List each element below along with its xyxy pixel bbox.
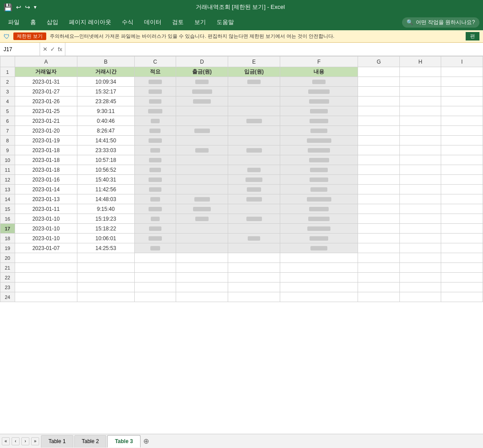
empty-cell[interactable]	[441, 185, 483, 194]
data-cell-E-14[interactable]	[228, 194, 280, 204]
col-header-e[interactable]: E	[228, 57, 280, 67]
empty-cell[interactable]	[358, 175, 400, 185]
data-cell-D-16[interactable]	[176, 214, 228, 224]
col-header-a[interactable]: A	[15, 57, 77, 67]
data-cell-F-15[interactable]	[280, 204, 358, 214]
menu-data[interactable]: 데이터	[140, 16, 166, 28]
empty-cell[interactable]	[399, 106, 441, 116]
data-cell-C-13[interactable]	[134, 185, 176, 194]
empty-cell[interactable]	[399, 97, 441, 106]
empty-cell[interactable]	[358, 273, 400, 283]
data-cell-B-12[interactable]: 15:40:31	[77, 175, 135, 185]
undo-icon[interactable]: ↩	[16, 4, 21, 11]
data-cell-D-9[interactable]	[176, 145, 228, 155]
data-cell-E-19[interactable]	[228, 243, 280, 253]
data-cell-A-21[interactable]	[15, 263, 77, 273]
add-sheet-button[interactable]: ⊕	[141, 436, 151, 446]
data-cell-E-2[interactable]	[228, 77, 280, 87]
empty-cell[interactable]	[358, 185, 400, 194]
row-number-3[interactable]: 3	[0, 87, 15, 97]
empty-cell[interactable]	[399, 204, 441, 214]
empty-cell[interactable]	[399, 175, 441, 185]
data-cell-A-19[interactable]: 2023-01-07	[15, 243, 77, 253]
empty-cell[interactable]	[399, 136, 441, 145]
data-cell-C-16[interactable]	[134, 214, 176, 224]
data-cell-B-22[interactable]	[77, 273, 135, 283]
header-cell-A[interactable]: 거래일자	[15, 67, 77, 77]
row-number-10[interactable]: 10	[0, 155, 15, 165]
row-number-9[interactable]: 9	[0, 145, 15, 155]
data-cell-B-21[interactable]	[77, 263, 135, 273]
data-cell-C-3[interactable]	[134, 87, 176, 97]
empty-cell[interactable]	[358, 97, 400, 106]
cell-reference-box[interactable]: J17	[0, 43, 40, 56]
data-cell-D-22[interactable]	[176, 273, 228, 283]
data-cell-E-12[interactable]	[228, 175, 280, 185]
col-header-d[interactable]: D	[176, 57, 228, 67]
data-cell-A-2[interactable]: 2023-01-31	[15, 77, 77, 87]
empty-cell[interactable]	[441, 224, 483, 234]
data-cell-E-24[interactable]	[228, 292, 280, 302]
row-number-8[interactable]: 8	[0, 136, 15, 145]
row-number-20[interactable]: 20	[0, 253, 15, 263]
data-cell-D-8[interactable]	[176, 136, 228, 145]
empty-cell[interactable]	[358, 283, 400, 292]
data-cell-A-11[interactable]: 2023-01-18	[15, 165, 77, 175]
data-cell-E-10[interactable]	[228, 155, 280, 165]
data-cell-B-20[interactable]	[77, 253, 135, 263]
data-cell-A-15[interactable]: 2023-01-11	[15, 204, 77, 214]
data-cell-F-24[interactable]	[280, 292, 358, 302]
empty-cell[interactable]	[399, 155, 441, 165]
menu-help[interactable]: 도움말	[212, 16, 238, 28]
empty-cell[interactable]	[441, 292, 483, 302]
data-cell-F-7[interactable]	[280, 126, 358, 136]
empty-cell[interactable]	[441, 116, 483, 126]
row-number-4[interactable]: 4	[0, 97, 15, 106]
data-cell-E-8[interactable]	[228, 136, 280, 145]
data-cell-B-7[interactable]: 8:26:47	[77, 126, 135, 136]
data-cell-A-20[interactable]	[15, 253, 77, 263]
data-cell-A-7[interactable]: 2023-01-20	[15, 126, 77, 136]
data-cell-F-16[interactable]	[280, 214, 358, 224]
data-cell-C-24[interactable]	[134, 292, 176, 302]
sheet-tab-3[interactable]: Table 3	[107, 435, 140, 448]
data-cell-A-12[interactable]: 2023-01-16	[15, 175, 77, 185]
data-cell-C-20[interactable]	[134, 253, 176, 263]
empty-cell[interactable]	[399, 67, 441, 77]
empty-cell[interactable]	[358, 292, 400, 302]
empty-cell[interactable]	[358, 155, 400, 165]
data-cell-D-23[interactable]	[176, 283, 228, 292]
data-cell-C-18[interactable]	[134, 234, 176, 243]
data-cell-F-17[interactable]	[280, 224, 358, 234]
data-cell-C-9[interactable]	[134, 145, 176, 155]
data-cell-F-12[interactable]	[280, 175, 358, 185]
menu-formula[interactable]: 수식	[117, 16, 138, 28]
empty-cell[interactable]	[358, 224, 400, 234]
data-cell-C-19[interactable]	[134, 243, 176, 253]
data-cell-D-10[interactable]	[176, 155, 228, 165]
data-cell-B-24[interactable]	[77, 292, 135, 302]
data-cell-E-5[interactable]	[228, 106, 280, 116]
empty-cell[interactable]	[399, 283, 441, 292]
data-cell-D-12[interactable]	[176, 175, 228, 185]
row-number-18[interactable]: 18	[0, 234, 15, 243]
row-number-22[interactable]: 22	[0, 273, 15, 283]
data-cell-E-17[interactable]	[228, 224, 280, 234]
empty-cell[interactable]	[441, 67, 483, 77]
col-header-f[interactable]: F	[280, 57, 358, 67]
data-cell-C-6[interactable]	[134, 116, 176, 126]
empty-cell[interactable]	[358, 106, 400, 116]
data-cell-B-11[interactable]: 10:56:52	[77, 165, 135, 175]
header-cell-B[interactable]: 거래시간	[77, 67, 135, 77]
empty-cell[interactable]	[358, 263, 400, 273]
menu-view[interactable]: 보기	[190, 16, 210, 28]
data-cell-B-8[interactable]: 14:41:50	[77, 136, 135, 145]
empty-cell[interactable]	[399, 77, 441, 87]
data-cell-C-11[interactable]	[134, 165, 176, 175]
col-header-b[interactable]: B	[77, 57, 135, 67]
empty-cell[interactable]	[399, 165, 441, 175]
header-cell-F[interactable]: 내용	[280, 67, 358, 77]
menu-home[interactable]: 홈	[26, 16, 40, 28]
empty-cell[interactable]	[399, 224, 441, 234]
menu-insert[interactable]: 삽입	[42, 16, 63, 28]
